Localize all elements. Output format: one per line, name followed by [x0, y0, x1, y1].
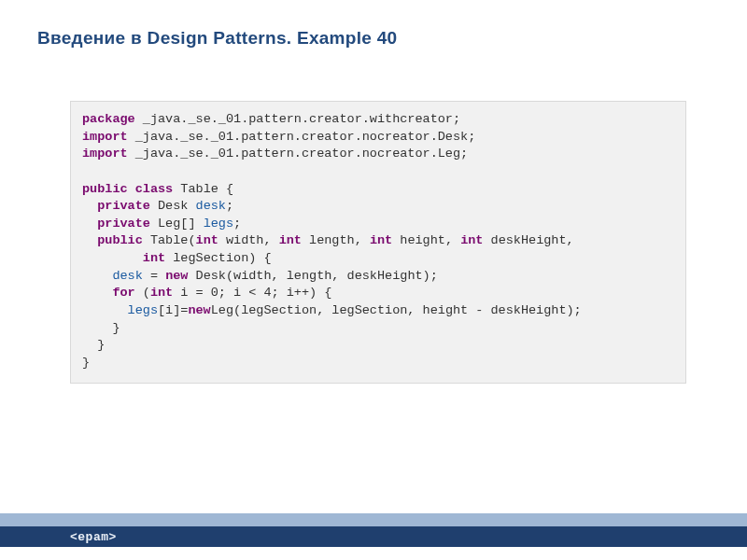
code-block: package _java._se._01.pattern.creator.wi… [70, 101, 686, 384]
footer-bar-light [0, 513, 747, 526]
slide-title: Введение в Design Patterns. Example 40 [37, 28, 397, 49]
footer-bar-dark: <epam> [0, 526, 747, 547]
slide: Введение в Design Patterns. Example 40 p… [0, 0, 747, 560]
code-content: package _java._se._01.pattern.creator.wi… [82, 111, 674, 371]
brand-logo: <epam> [70, 530, 117, 544]
footer: <epam> [0, 513, 747, 547]
